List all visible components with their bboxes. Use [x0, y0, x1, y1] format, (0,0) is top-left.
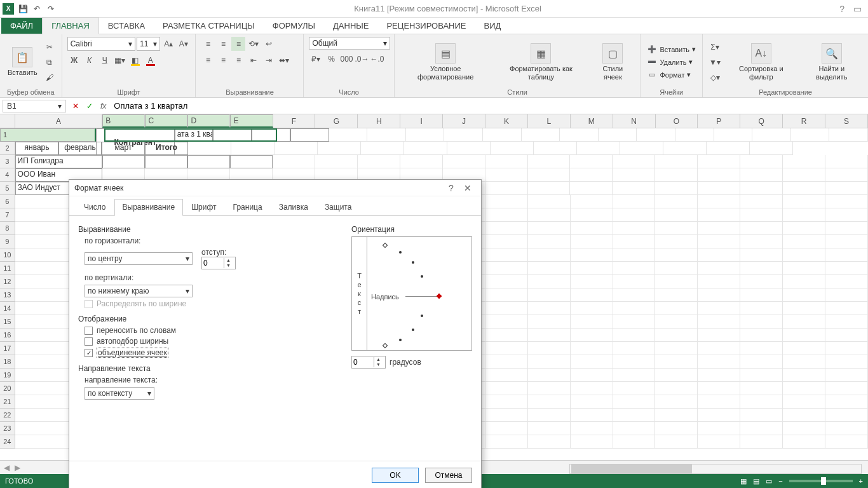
ok-button[interactable]: OK — [372, 468, 419, 483]
cell[interactable] — [783, 248, 825, 262]
cell[interactable] — [825, 435, 868, 449]
cell[interactable] — [698, 342, 740, 355]
col-header[interactable]: G — [315, 114, 358, 128]
cell[interactable] — [528, 355, 571, 369]
cell[interactable] — [444, 128, 483, 142]
cell[interactable] — [740, 409, 783, 422]
dialog-close-icon[interactable]: ✕ — [459, 183, 476, 193]
zoom-in-icon[interactable]: + — [859, 477, 863, 485]
cell[interactable] — [290, 128, 329, 142]
cell[interactable] — [404, 142, 447, 155]
cell[interactable] — [485, 342, 528, 355]
cell[interactable] — [740, 262, 783, 275]
sheet-nav-prev-icon[interactable]: ◀ — [4, 463, 10, 472]
cell[interactable] — [740, 395, 783, 409]
cell[interactable] — [528, 395, 571, 409]
cell[interactable] — [315, 155, 358, 168]
cell[interactable] — [528, 342, 571, 355]
cell[interactable] — [740, 315, 783, 329]
cell[interactable] — [740, 342, 783, 355]
cell-styles-button[interactable]: ▢Стили ячеек — [590, 42, 635, 81]
cell[interactable] — [571, 369, 613, 382]
zoom-slider[interactable] — [789, 480, 853, 482]
cell[interactable] — [485, 235, 528, 248]
dlg-tab-alignment[interactable]: Выравнивание — [114, 199, 184, 216]
paste-button[interactable]: 📋 Вставить — [5, 46, 40, 78]
increase-indent-icon[interactable]: ⇥ — [262, 53, 276, 67]
cell[interactable] — [698, 235, 740, 248]
cell[interactable] — [825, 382, 868, 395]
cell[interactable] — [655, 155, 698, 168]
cancel-button[interactable]: Отмена — [425, 468, 472, 483]
cell[interactable] — [740, 369, 783, 382]
cell[interactable] — [485, 275, 528, 288]
cell[interactable] — [406, 128, 445, 142]
cell[interactable] — [528, 369, 571, 382]
cell[interactable] — [528, 435, 571, 449]
col-header[interactable]: L — [528, 114, 571, 128]
cell[interactable] — [783, 262, 825, 275]
cell[interactable] — [655, 422, 698, 435]
cell[interactable] — [483, 128, 522, 142]
cell[interactable] — [485, 382, 528, 395]
dlg-tab-number[interactable]: Число — [76, 199, 114, 215]
cell[interactable] — [740, 235, 783, 248]
col-header[interactable]: P — [698, 114, 740, 128]
col-header[interactable]: Q — [740, 114, 783, 128]
cell[interactable] — [613, 395, 656, 409]
number-format-combo[interactable]: Общий▾ — [309, 37, 390, 50]
cell[interactable] — [485, 288, 528, 302]
tab-formulas[interactable]: ФОРМУЛЫ — [264, 18, 324, 34]
cell[interactable] — [613, 302, 656, 315]
cell[interactable] — [698, 409, 740, 422]
cell[interactable] — [571, 355, 613, 369]
cell[interactable] — [485, 222, 528, 235]
cell[interactable] — [571, 222, 613, 235]
row-header[interactable]: 22 — [0, 409, 15, 422]
cell[interactable] — [783, 329, 825, 342]
cell[interactable] — [663, 142, 707, 155]
cell[interactable] — [571, 435, 613, 449]
cell[interactable] — [825, 208, 868, 222]
col-header[interactable]: E — [230, 114, 273, 128]
cell[interactable] — [655, 288, 698, 302]
cell[interactable] — [443, 155, 485, 168]
col-header[interactable]: O — [656, 114, 698, 128]
cell[interactable] — [825, 355, 868, 369]
cell[interactable] — [528, 409, 571, 422]
cell[interactable] — [825, 409, 868, 422]
cell[interactable] — [528, 235, 571, 248]
cell[interactable] — [825, 302, 868, 315]
col-header[interactable]: F — [273, 114, 316, 128]
cell[interactable] — [613, 342, 656, 355]
cell[interactable] — [528, 275, 571, 288]
font-color-icon[interactable]: A — [144, 53, 158, 67]
cell[interactable] — [698, 182, 740, 195]
cell[interactable] — [613, 435, 656, 449]
accept-icon[interactable]: ✓ — [83, 102, 97, 111]
cell[interactable] — [783, 155, 825, 168]
row-header[interactable]: 21 — [0, 395, 15, 409]
cell[interactable] — [571, 288, 613, 302]
cell[interactable] — [783, 355, 825, 369]
row-header[interactable]: 23 — [0, 422, 15, 435]
cell[interactable] — [740, 222, 783, 235]
cell[interactable] — [613, 288, 656, 302]
row-header[interactable]: 10 — [0, 248, 15, 262]
cell[interactable] — [613, 155, 655, 168]
cell[interactable] — [825, 195, 868, 208]
shrink-to-fit-checkbox[interactable]: автоподбор ширины — [78, 337, 339, 346]
col-header[interactable]: R — [783, 114, 825, 128]
row-header[interactable]: 8 — [0, 222, 15, 235]
cell[interactable] — [613, 222, 656, 235]
align-top-icon[interactable]: ≡ — [201, 37, 215, 51]
cell[interactable] — [740, 182, 783, 195]
cell[interactable] — [783, 235, 825, 248]
cell[interactable] — [528, 382, 571, 395]
borders-icon[interactable]: ▦▾ — [113, 53, 127, 67]
cell[interactable] — [783, 315, 825, 329]
cell[interactable] — [655, 208, 698, 222]
cell[interactable] — [714, 128, 753, 142]
cell[interactable] — [825, 275, 868, 288]
cell[interactable]: февраль — [58, 142, 102, 155]
